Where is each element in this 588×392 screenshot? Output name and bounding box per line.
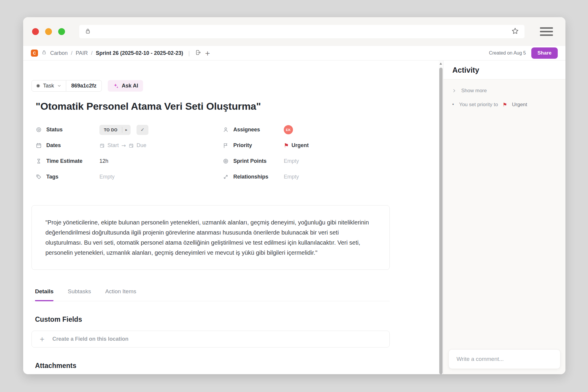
create-field-label: Create a Field on this location [53, 336, 129, 342]
breadcrumb-bar: C Carbon / PAIR / Sprint 26 (2025-02-10 … [23, 46, 565, 60]
comment-input[interactable] [457, 356, 552, 362]
detail-tabs: Details Subtasks Action Items [31, 288, 390, 301]
app-logo[interactable]: C [31, 50, 38, 57]
activity-panel: Activity Show more • You set priority to… [443, 60, 565, 374]
relationships-value[interactable]: Empty [284, 172, 439, 182]
calendar-icon [36, 142, 42, 149]
task-description[interactable]: "Proje yöneticilerine, ekipte bulunan pe… [31, 205, 390, 270]
due-date-calendar-icon [129, 143, 134, 148]
breadcrumb-separator: / [91, 50, 93, 56]
sprint-points-value[interactable]: Empty [284, 156, 439, 166]
priority-flag-icon [223, 142, 229, 149]
comment-box[interactable] [448, 349, 560, 369]
complete-task-button[interactable]: ✓ [137, 125, 148, 135]
created-date-label: Created on Aug 5 [489, 50, 526, 56]
plus-icon: + [39, 336, 45, 343]
task-id-label[interactable]: 869a1c2fz [66, 80, 102, 91]
start-date-calendar-icon [99, 143, 105, 148]
close-window-button[interactable] [32, 28, 39, 35]
open-in-new-icon[interactable] [195, 49, 202, 57]
sprint-points-icon [223, 158, 229, 164]
private-lock-icon [41, 50, 47, 57]
field-label-relationships: Relationships [223, 172, 284, 182]
due-date-label[interactable]: Due [137, 142, 146, 149]
status-value-pill[interactable]: TO DO ▸ [99, 125, 131, 135]
bullet-icon: • [452, 102, 454, 107]
browser-chrome [23, 17, 565, 46]
show-more-label: Show more [461, 88, 487, 94]
activity-title: Activity [452, 66, 479, 74]
task-main-panel: Task 869a1c2fz Ask AI "Oto [23, 60, 439, 374]
priority-value[interactable]: ⚑ Urgent [284, 140, 439, 151]
field-label-sprint-points: Sprint Points [223, 156, 284, 166]
ai-sparkle-icon [113, 83, 119, 89]
task-type-pill[interactable]: Task 869a1c2fz [31, 80, 102, 92]
ask-ai-label: Ask AI [122, 83, 138, 89]
field-label-dates: Dates [36, 140, 99, 151]
dates-value[interactable]: Start → Due [99, 140, 223, 151]
chevron-right-icon [452, 88, 457, 93]
time-estimate-value[interactable]: 12h [99, 156, 223, 166]
assignee-avatar[interactable]: EK [284, 125, 293, 134]
activity-item: • You set priority to ⚑ Urgent [452, 102, 557, 108]
add-tab-icon[interactable]: + [205, 50, 210, 57]
tags-value[interactable]: Empty [99, 172, 223, 182]
activity-item-value: Urgent [512, 102, 527, 108]
url-input[interactable] [91, 29, 511, 35]
browser-window: C Carbon / PAIR / Sprint 26 (2025-02-10 … [23, 17, 565, 374]
browser-menu-icon[interactable] [540, 27, 553, 36]
status-value: TO DO [99, 128, 122, 132]
address-bar[interactable] [79, 25, 524, 38]
task-status-dot-icon [36, 84, 40, 88]
create-field-button[interactable]: + Create a Field on this location [31, 331, 390, 348]
minimize-window-button[interactable] [45, 28, 52, 35]
urgent-flag-icon: ⚑ [503, 102, 507, 107]
start-date-label[interactable]: Start [107, 142, 119, 149]
attachments-heading: Attachments [35, 362, 439, 370]
breadcrumb-divider: | [188, 50, 190, 56]
field-label-priority: Priority [223, 140, 284, 151]
tab-details[interactable]: Details [35, 288, 53, 301]
dates-arrow-icon: → [121, 142, 126, 149]
main-scrollbar [439, 60, 443, 374]
scroll-up-arrow-icon[interactable] [440, 63, 442, 65]
field-label-assignees: Assignees [223, 125, 284, 135]
breadcrumb-item-sprint[interactable]: Sprint 26 (2025-02-10 - 2025-02-23) [96, 50, 183, 56]
relationships-icon [223, 174, 229, 180]
lock-icon [85, 28, 91, 36]
tag-icon [36, 174, 42, 180]
task-title[interactable]: "Otomatik Personel Atama Veri Seti Oluşt… [36, 101, 439, 112]
maximize-window-button[interactable] [58, 28, 65, 35]
custom-fields-heading: Custom Fields [35, 315, 439, 324]
tab-action-items[interactable]: Action Items [105, 288, 136, 301]
breadcrumb-item-project[interactable]: PAIR [76, 50, 88, 56]
assignee-person-icon [223, 127, 229, 133]
field-label-tags: Tags [36, 172, 99, 182]
field-label-time-estimate: Time Estimate [36, 156, 99, 166]
show-more-button[interactable]: Show more [452, 88, 557, 94]
traffic-lights [32, 28, 65, 35]
ask-ai-button[interactable]: Ask AI [108, 80, 143, 92]
field-label-status: Status [36, 125, 99, 135]
activity-item-text: You set priority to [459, 102, 498, 108]
status-next-icon[interactable]: ▸ [122, 128, 131, 132]
activity-header: Activity [443, 60, 565, 79]
status-icon [36, 127, 42, 133]
scrollbar-thumb[interactable] [439, 68, 443, 374]
breadcrumb-separator: / [71, 50, 72, 56]
hourglass-icon [36, 158, 42, 164]
tab-subtasks[interactable]: Subtasks [68, 288, 91, 301]
share-button[interactable]: Share [531, 47, 558, 59]
bookmark-star-icon[interactable] [511, 27, 519, 36]
task-fields-grid: Status TO DO ▸ ✓ Assignees EK [36, 125, 439, 182]
urgent-flag-icon: ⚑ [284, 143, 289, 148]
breadcrumb-item-workspace[interactable]: Carbon [50, 50, 68, 56]
task-type-label: Task [43, 83, 54, 89]
chevron-down-icon [57, 84, 61, 88]
